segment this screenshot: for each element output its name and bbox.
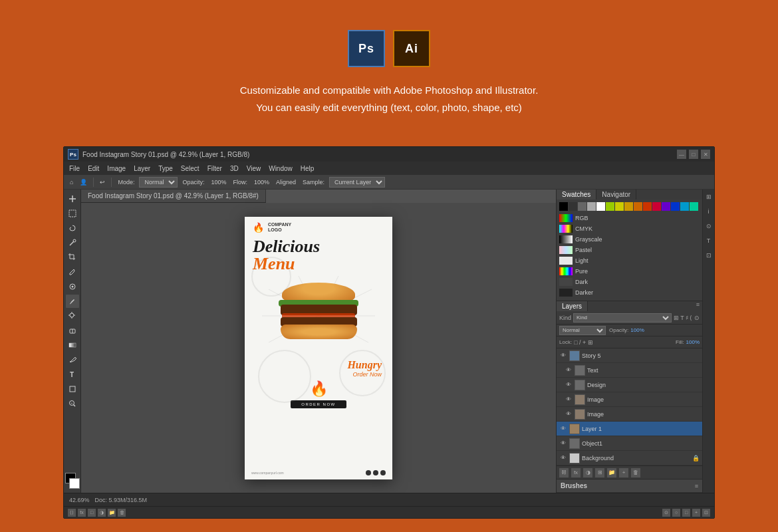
bottom-right-icon-5[interactable]: ⊡	[702, 509, 710, 517]
layer-object1[interactable]: 👁 Object1	[557, 436, 702, 451]
tool-zoom[interactable]: +	[66, 397, 79, 410]
layer-layer1[interactable]: 👁 Layer 1	[557, 422, 702, 436]
swatch-lightgray[interactable]	[587, 202, 596, 211]
strip-icon-1[interactable]: ⊞	[704, 192, 713, 201]
tab-navigator[interactable]: Navigator	[596, 190, 636, 200]
layer-image2[interactable]: 👁 Image	[557, 407, 702, 422]
bottom-right-icon-1[interactable]: ⊙	[662, 509, 670, 517]
layer-eye-image2[interactable]: 👁	[565, 410, 573, 418]
tab-swatches[interactable]: Swatches	[557, 190, 596, 200]
brushes-options[interactable]: ≡	[695, 483, 698, 489]
tool-move[interactable]	[66, 192, 79, 205]
swatch-item-dark[interactable]: Dark	[559, 277, 700, 287]
tool-shape[interactable]	[66, 382, 79, 396]
layer-eye-object1[interactable]: 👁	[559, 440, 567, 448]
layer-text[interactable]: 👁 Text	[557, 363, 702, 378]
layers-mask-btn[interactable]: ◑	[583, 468, 592, 477]
tool-wand[interactable]	[66, 236, 79, 249]
menu-layer[interactable]: Layer	[134, 165, 150, 172]
window-controls[interactable]: — □ ✕	[677, 150, 710, 159]
layer-eye-image1[interactable]: 👁	[565, 396, 573, 404]
menu-select[interactable]: Select	[181, 165, 199, 172]
tool-patch[interactable]	[66, 280, 79, 293]
maximize-button[interactable]: □	[689, 150, 698, 159]
layers-group-btn[interactable]: 📁	[607, 468, 616, 477]
swatch-purple[interactable]	[662, 202, 670, 211]
layer-eye-design[interactable]: 👁	[565, 381, 573, 389]
tool-lasso[interactable]	[66, 221, 79, 235]
swatch-yellow[interactable]	[615, 202, 624, 211]
bottom-right-icon-3[interactable]: □	[682, 509, 690, 517]
tool-gradient[interactable]	[66, 338, 79, 352]
bottom-icon-2[interactable]: fx	[78, 509, 86, 517]
swatch-red-orange[interactable]	[643, 202, 652, 211]
swatch-item-pure[interactable]: Pure	[559, 266, 700, 277]
tool-clone[interactable]	[66, 309, 79, 323]
menu-type[interactable]: Type	[158, 165, 173, 172]
menu-3d[interactable]: 3D	[230, 165, 239, 172]
layer-design[interactable]: 👁 Design	[557, 378, 702, 392]
kind-select[interactable]: Kind	[573, 313, 672, 323]
swatch-blue[interactable]	[671, 202, 680, 211]
swatch-red[interactable]	[652, 202, 661, 211]
swatch-item-grayscale[interactable]: Grayscale	[559, 234, 700, 245]
swatch-item-pastel[interactable]: Pastel	[559, 245, 700, 255]
menu-view[interactable]: View	[247, 165, 261, 172]
swatch-black[interactable]	[559, 202, 568, 211]
layers-panel-options[interactable]: ≡	[696, 301, 700, 311]
swatch-cyan-blue[interactable]	[680, 202, 689, 211]
layer-eye-layer1[interactable]: 👁	[559, 425, 567, 433]
swatch-green[interactable]	[606, 202, 614, 211]
layers-fx-btn[interactable]: fx	[571, 468, 581, 477]
swatch-white[interactable]	[596, 202, 605, 211]
menu-filter[interactable]: Filter	[207, 165, 222, 172]
swatch-dark[interactable]	[569, 202, 577, 211]
swatch-item-darker[interactable]: Darker	[559, 287, 700, 298]
bottom-icon-3[interactable]: □	[88, 509, 96, 517]
tool-brush[interactable]	[66, 295, 79, 308]
mode-select[interactable]: Normal	[139, 177, 178, 188]
swatch-gray[interactable]	[578, 202, 586, 211]
strip-icon-4[interactable]: T	[704, 236, 713, 245]
menu-help[interactable]: Help	[301, 165, 315, 172]
canvas-tab[interactable]: Food Instagram Story 01.psd @ 42.9% (Lay…	[81, 190, 266, 203]
close-button[interactable]: ✕	[701, 150, 710, 159]
layer-eye-background[interactable]: 👁	[559, 454, 567, 462]
layer-story5[interactable]: 👁 Story 5	[557, 348, 702, 363]
swatch-item-cmyk[interactable]: CMYK	[559, 223, 700, 234]
bottom-icon-5[interactable]: 📁	[108, 509, 116, 517]
layers-new-btn[interactable]: +	[619, 468, 628, 477]
tool-marquee[interactable]	[66, 207, 79, 220]
tab-layers[interactable]: Layers	[557, 301, 588, 311]
swatch-item-rgb[interactable]: RGB	[559, 213, 700, 223]
layers-adjust-btn[interactable]: ⊞	[595, 468, 604, 477]
bottom-right-icon-2[interactable]: ○	[672, 509, 680, 517]
swatch-teal[interactable]	[690, 202, 698, 211]
bottom-icon-1[interactable]: ⟨⟩	[68, 509, 76, 517]
swatch-item-light[interactable]: Light	[559, 255, 700, 266]
tool-text[interactable]: T	[66, 368, 79, 381]
layers-mode-select[interactable]: Normal	[559, 326, 606, 335]
swatch-orange-yellow[interactable]	[624, 202, 633, 211]
menu-file[interactable]: File	[69, 165, 80, 172]
bottom-right-icon-4[interactable]: +	[692, 509, 700, 517]
layer-eye-text[interactable]: 👁	[565, 366, 573, 374]
strip-icon-2[interactable]: i	[704, 207, 713, 216]
menu-image[interactable]: Image	[107, 165, 126, 172]
tool-crop[interactable]	[66, 251, 79, 264]
menu-window[interactable]: Window	[269, 165, 293, 172]
bottom-icon-6[interactable]: 🗑	[118, 509, 126, 517]
strip-icon-5[interactable]: ⊡	[704, 251, 713, 260]
layers-delete-btn[interactable]: 🗑	[631, 468, 640, 477]
layer-background[interactable]: 👁 Background 🔒	[557, 451, 702, 466]
menu-edit[interactable]: Edit	[88, 165, 99, 172]
layers-link-btn[interactable]: ⛓	[559, 468, 569, 477]
tool-eraser[interactable]	[66, 324, 79, 337]
strip-icon-3[interactable]: ⊙	[704, 221, 713, 231]
tool-eyedropper[interactable]	[66, 265, 79, 279]
sample-select[interactable]: Current Layer	[329, 177, 385, 188]
swatch-orange[interactable]	[634, 202, 642, 211]
layer-image1[interactable]: 👁 Image	[557, 392, 702, 407]
background-color[interactable]	[69, 478, 80, 489]
minimize-button[interactable]: —	[677, 150, 686, 159]
